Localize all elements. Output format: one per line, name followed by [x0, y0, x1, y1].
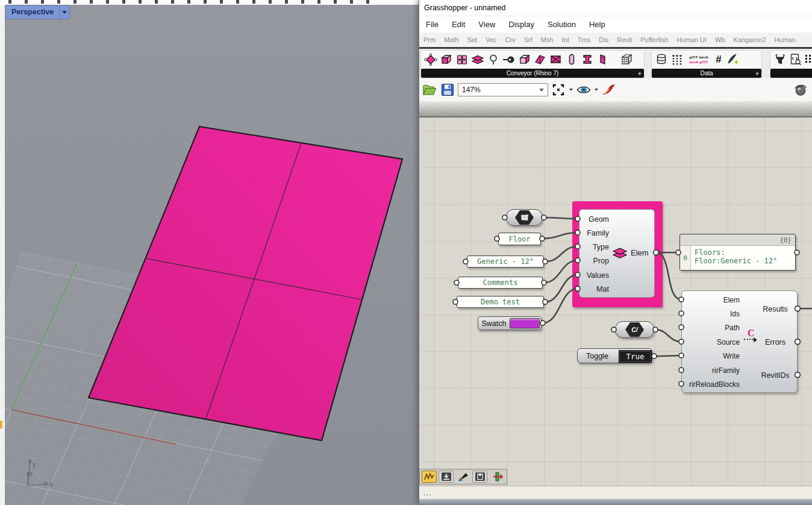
socket-icon[interactable] [502, 52, 516, 67]
floppy-icon[interactable] [472, 471, 487, 483]
zoom-select[interactable]: 147% [458, 83, 548, 96]
redraw-brush-icon[interactable] [601, 82, 617, 98]
dart-icon[interactable] [455, 471, 470, 483]
menu-edit[interactable]: Edit [445, 16, 472, 33]
menu-help[interactable]: Help [582, 16, 612, 33]
focus-extents-icon[interactable] [551, 82, 566, 98]
cube-faces-icon[interactable] [517, 52, 532, 67]
tab-int[interactable]: Int [557, 36, 573, 43]
swatch-color-well[interactable] [510, 318, 540, 328]
output-panel[interactable]: {0} 0 Floors: Floor:Generic - 12" [679, 234, 796, 271]
param-diamond-icon[interactable] [423, 52, 438, 67]
filter-icon[interactable] [773, 52, 787, 67]
cube-icon[interactable] [439, 52, 454, 67]
hash-icon[interactable]: # [713, 52, 724, 67]
tab-pufferfish[interactable]: Pufferfish [636, 36, 672, 43]
layers-icon[interactable] [470, 52, 485, 67]
toolbar-group-data: glTF mesh mesh glTF # Data [651, 50, 762, 78]
code-document-icon[interactable] [789, 52, 803, 67]
tab-human-ui[interactable]: Human UI [673, 36, 711, 43]
gh-window-title: Grasshopper - unnamed [424, 4, 506, 12]
toggle-value[interactable]: True [619, 350, 652, 363]
panel-type[interactable]: Generic - 12" [467, 256, 544, 268]
c-letter: C [748, 328, 755, 337]
tab-crv[interactable]: Crv [501, 36, 520, 43]
eye-preview-icon[interactable] [576, 82, 592, 98]
geometry-param[interactable] [506, 209, 543, 226]
save-icon[interactable] [440, 82, 455, 98]
rhino-sidebar-marker [0, 421, 2, 428]
feather-add-icon[interactable] [725, 52, 740, 67]
tab-set[interactable]: Set [463, 36, 482, 43]
swatch-label: Swatch [478, 319, 510, 328]
column-icon[interactable] [564, 52, 579, 67]
toolbar-group-label[interactable]: Data [652, 69, 761, 78]
panel-comments[interactable]: Comments [458, 277, 543, 289]
tab-msh[interactable]: Msh [537, 36, 558, 43]
path-hexagon-icon: C/ [625, 322, 644, 337]
tab-wb[interactable]: Wb [711, 36, 729, 43]
rhino-perspective-viewport[interactable]: y z x Perspective [5, 5, 419, 505]
wedge-icon[interactable] [533, 52, 548, 67]
menu-view[interactable]: View [472, 16, 502, 33]
panel-row-index: 0 [680, 246, 691, 270]
tab-revit[interactable]: Revit [613, 36, 636, 43]
tab-prm[interactable]: Prm [419, 36, 440, 43]
menu-file[interactable]: File [419, 16, 445, 33]
elem-component-selection[interactable]: Geom Family Type Prop Values Mat Elem [572, 201, 663, 307]
wall-book-icon[interactable] [596, 52, 610, 67]
path-param[interactable]: C/ [615, 321, 654, 338]
scribble-icon[interactable] [422, 471, 437, 483]
input-family: Family [579, 228, 609, 238]
gh-canvas-toolbar: 147% [419, 78, 812, 101]
y-axis-label: y [33, 461, 36, 468]
tab-dis[interactable]: Dis [595, 36, 613, 43]
panels-icon[interactable] [455, 52, 469, 67]
rhino-toolbar-icons-cropped [8, 0, 370, 4]
panel-family[interactable]: Floor [498, 233, 541, 245]
gh-titlebar[interactable]: Grasshopper - unnamed [419, 0, 812, 16]
boolean-toggle[interactable]: Toggle True [577, 348, 652, 363]
input-mat: Mat [579, 284, 609, 294]
toolbar-group-label[interactable]: Conveyor (Rhino 7) [421, 69, 644, 78]
tab-vec[interactable]: Vec [481, 36, 501, 43]
gh-canvas[interactable]: Floor Generic - 12" Comments Demo test S… [419, 101, 812, 486]
tab-trns[interactable]: Trns [573, 36, 595, 43]
dots-column-icon[interactable] [804, 52, 812, 67]
render-ball-icon[interactable] [793, 82, 808, 98]
tab-srf[interactable]: Srf [520, 36, 537, 43]
revit-component-body[interactable]: Elem Ids Path Source Write rirFamily rir… [681, 290, 798, 393]
tab-human[interactable]: Human [770, 36, 799, 43]
open-folder-icon[interactable] [422, 82, 437, 98]
balloon-icon[interactable] [486, 52, 501, 67]
z-axis-label: z [30, 470, 33, 477]
menu-display[interactable]: Display [502, 16, 541, 33]
floor-surface[interactable] [89, 127, 402, 441]
chevron-down-icon [62, 11, 67, 14]
mesh-cube-icon[interactable] [620, 52, 634, 67]
chevron-down-icon[interactable] [569, 89, 573, 91]
elem-component-body[interactable]: Geom Family Type Prop Values Mat Elem [579, 209, 655, 298]
gltf-mesh-icon[interactable]: glTF mesh mesh glTF [686, 52, 712, 67]
panel-values[interactable]: Demo test [457, 296, 544, 308]
ibeam-icon[interactable] [580, 52, 595, 67]
chevron-down-icon[interactable] [595, 89, 598, 91]
input-path: Path [683, 323, 740, 333]
geometry-hexagon-icon [515, 210, 534, 225]
viewport-title[interactable]: Perspective [6, 5, 59, 19]
zoom-value: 147% [462, 86, 481, 94]
input-elem: Elem [683, 295, 740, 305]
database-icon[interactable] [654, 52, 669, 67]
tab-math[interactable]: Math [440, 36, 463, 43]
swatch-component[interactable]: Swatch [478, 316, 542, 330]
crossed-box-icon[interactable] [549, 52, 563, 67]
table-icon[interactable] [670, 52, 684, 67]
toolbar-group-label[interactable] [770, 69, 812, 78]
download-tray-icon[interactable] [439, 471, 454, 483]
tab-kangaroo2[interactable]: Kangaroo2 [729, 36, 770, 43]
viewport-tab[interactable]: Perspective [6, 5, 69, 19]
menu-solution[interactable]: Solution [541, 16, 582, 33]
viewport-menu-button[interactable] [59, 5, 69, 19]
canvas-top-shade [419, 101, 812, 118]
named-view-icon[interactable] [489, 471, 504, 483]
